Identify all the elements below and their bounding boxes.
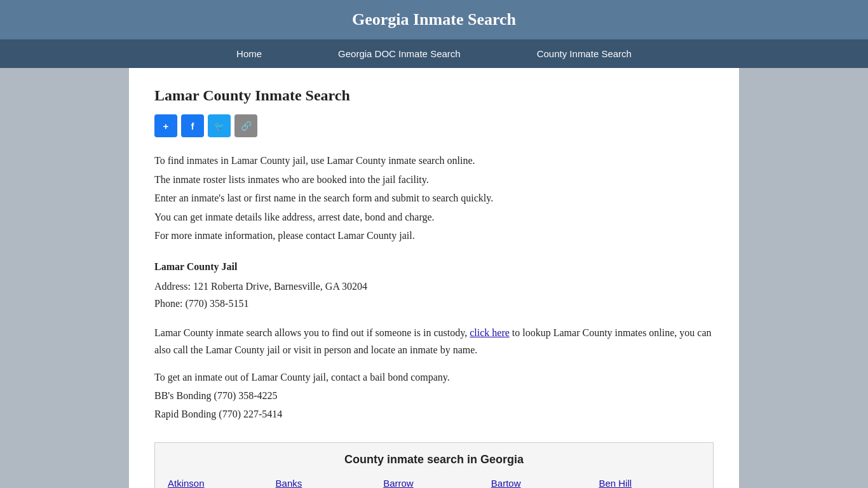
bail-company-1: BB's Bonding (770) 358-4225 bbox=[154, 387, 714, 405]
twitter-button[interactable]: 🐦 bbox=[208, 114, 231, 137]
copy-link-button[interactable]: 🔗 bbox=[234, 114, 257, 137]
desc-line-3: Enter an inmate's last or first name in … bbox=[154, 190, 714, 207]
lookup-paragraph: Lamar County inmate search allows you to… bbox=[154, 324, 714, 358]
nav-doc-search[interactable]: Georgia DOC Inmate Search bbox=[300, 39, 499, 68]
nav-county-search[interactable]: County Inmate Search bbox=[499, 39, 670, 68]
desc-line-2: The inmate roster lists inmates who are … bbox=[154, 172, 714, 188]
main-nav: Home Georgia DOC Inmate Search County In… bbox=[0, 39, 868, 68]
jail-phone: Phone: (770) 358-5151 bbox=[154, 295, 714, 312]
share-icon: + bbox=[163, 121, 169, 132]
county-search-section: County inmate search in Georgia Atkinson… bbox=[154, 442, 714, 488]
jail-address: Address: 121 Roberta Drive, Barnesville,… bbox=[154, 278, 714, 295]
county-link[interactable]: Atkinson bbox=[168, 477, 269, 488]
lookup-text-before: Lamar County inmate search allows you to… bbox=[154, 327, 467, 338]
page-title: Lamar County Inmate Search bbox=[154, 87, 714, 104]
bail-title: To get an inmate out of Lamar County jai… bbox=[154, 369, 714, 387]
bail-info-block: To get an inmate out of Lamar County jai… bbox=[154, 369, 714, 423]
county-link[interactable]: Barrow bbox=[383, 477, 485, 488]
click-here-link[interactable]: click here bbox=[470, 327, 510, 338]
desc-line-1: To find inmates in Lamar County jail, us… bbox=[154, 152, 714, 169]
social-buttons: + f 🐦 🔗 bbox=[154, 114, 714, 137]
county-grid: AtkinsonBanksBarrowBartowBen HillBerrien… bbox=[168, 477, 700, 488]
jail-name: Lamar County Jail bbox=[154, 258, 714, 275]
county-link[interactable]: Ben Hill bbox=[599, 477, 700, 488]
desc-line-4: You can get inmate details like address,… bbox=[154, 209, 714, 226]
link-icon: 🔗 bbox=[241, 121, 252, 131]
facebook-icon: f bbox=[191, 121, 194, 132]
county-section-title: County inmate search in Georgia bbox=[168, 453, 700, 466]
facebook-button[interactable]: f bbox=[181, 114, 204, 137]
share-button[interactable]: + bbox=[154, 114, 177, 137]
desc-line-5: For more inmate information, please cont… bbox=[154, 227, 714, 244]
twitter-icon: 🐦 bbox=[214, 121, 224, 131]
site-header: Georgia Inmate Search bbox=[0, 0, 868, 39]
county-link[interactable]: Banks bbox=[276, 477, 377, 488]
nav-home[interactable]: Home bbox=[198, 39, 300, 68]
description-block: To find inmates in Lamar County jail, us… bbox=[154, 152, 714, 244]
main-content: Lamar County Inmate Search + f 🐦 🔗 To fi… bbox=[129, 68, 739, 488]
bail-company-2: Rapid Bonding (770) 227-5414 bbox=[154, 405, 714, 424]
county-link[interactable]: Bartow bbox=[491, 477, 593, 488]
jail-info-block: Lamar County Jail Address: 121 Roberta D… bbox=[154, 258, 714, 313]
site-title: Georgia Inmate Search bbox=[13, 10, 855, 29]
